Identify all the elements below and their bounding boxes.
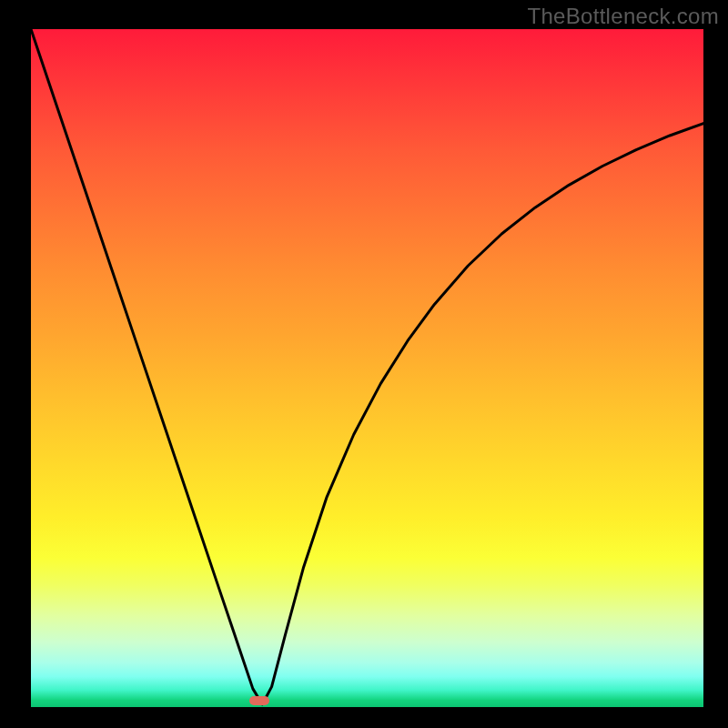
chart-frame: TheBottleneck.com	[0, 0, 728, 728]
watermark-text: TheBottleneck.com	[527, 4, 719, 29]
plot-area	[31, 29, 703, 707]
curve-svg	[31, 29, 703, 707]
bottleneck-marker	[249, 696, 269, 705]
